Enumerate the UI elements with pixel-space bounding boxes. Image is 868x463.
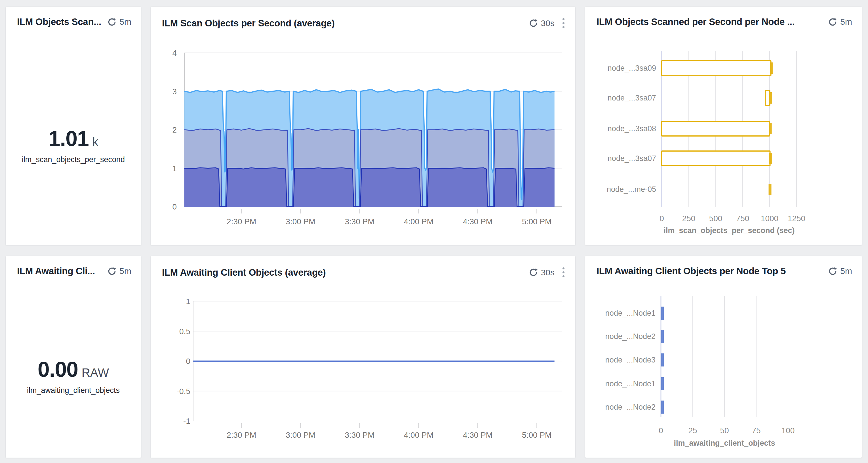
panel-ilm-objects-scanned-per-node: ILM Objects Scanned per Second per Node … (585, 7, 862, 245)
svg-text:1: 1 (172, 164, 177, 173)
refresh-interval: 5m (119, 17, 131, 27)
panel-header: ILM Awaiting Cli... 5m (6, 256, 141, 277)
panel-ilm-awaiting-client-per-node: ILM Awaiting Client Objects per Node Top… (585, 256, 862, 458)
refresh-control[interactable]: 5m (107, 17, 131, 27)
svg-text:node_...me-05: node_...me-05 (607, 185, 656, 194)
stat-value: 1.01 (49, 126, 89, 151)
svg-text:-1: -1 (183, 417, 190, 426)
svg-text:node_...3sa07: node_...3sa07 (608, 94, 656, 102)
stat-metric-label: ilm_scan_objects_per_second (22, 155, 125, 164)
svg-text:3:00 PM: 3:00 PM (286, 431, 315, 439)
panel-ilm-scan-objects-average: ILM Scan Objects per Second (average) 30… (151, 7, 575, 245)
svg-text:2: 2 (172, 125, 177, 134)
svg-text:4:00 PM: 4:00 PM (404, 431, 433, 439)
area-chart-ilm-scan-objects[interactable]: 012342:30 PM3:00 PM3:30 PM4:00 PM4:30 PM… (151, 7, 575, 245)
panel-ilm-objects-scanned-stat: ILM Objects Scan... 5m 1.01 k ilm_scan_o… (6, 7, 141, 245)
svg-text:25: 25 (688, 426, 697, 435)
svg-text:2:30 PM: 2:30 PM (227, 217, 256, 226)
svg-text:3:30 PM: 3:30 PM (345, 217, 374, 226)
stat-metric-label: ilm_awaiting_client_objects (27, 386, 120, 395)
refresh-icon (107, 17, 117, 27)
svg-text:4: 4 (172, 49, 177, 57)
stat-value: 0.00 (38, 357, 78, 381)
svg-text:3:30 PM: 3:30 PM (345, 431, 374, 439)
svg-text:0: 0 (172, 202, 177, 211)
panel-title: ILM Objects Scan... (17, 17, 101, 27)
svg-text:3:00 PM: 3:00 PM (286, 217, 315, 226)
panel-ilm-awaiting-client-average: ILM Awaiting Client Objects (average) 30… (151, 256, 575, 458)
svg-text:75: 75 (752, 426, 761, 435)
panel-ilm-awaiting-client-stat: ILM Awaiting Cli... 5m 0.00 RAW ilm_awai… (6, 256, 141, 458)
svg-text:4:30 PM: 4:30 PM (463, 431, 492, 439)
svg-text:node_...Node2: node_...Node2 (605, 332, 655, 341)
svg-text:500: 500 (709, 214, 722, 223)
svg-text:node_...Node1: node_...Node1 (605, 380, 655, 388)
svg-text:250: 250 (682, 214, 695, 223)
panel-header: ILM Objects Scan... 5m (6, 7, 141, 27)
svg-text:3: 3 (172, 87, 177, 96)
svg-text:100: 100 (781, 426, 795, 435)
svg-text:1: 1 (186, 297, 190, 306)
refresh-interval: 5m (119, 266, 131, 276)
svg-text:node_...3sa07: node_...3sa07 (608, 154, 656, 163)
svg-text:50: 50 (720, 426, 729, 435)
stat-body: 1.01 k ilm_scan_objects_per_second (6, 32, 141, 245)
stat-unit: RAW (82, 366, 109, 380)
svg-text:2:30 PM: 2:30 PM (227, 431, 256, 439)
bar-chart-awaiting-per-node[interactable]: 0255075100node_...Node1node_...Node2node… (585, 256, 862, 458)
bar-chart-scanned-per-node[interactable]: 025050075010001250node_...3sa09node_...3… (585, 7, 862, 245)
stat-body: 0.00 RAW ilm_awaiting_client_objects (6, 282, 141, 458)
svg-text:node_...Node1: node_...Node1 (605, 309, 655, 317)
svg-text:ilm_awaiting_client_objects: ilm_awaiting_client_objects (674, 439, 775, 447)
svg-text:0.5: 0.5 (179, 327, 190, 336)
svg-text:1250: 1250 (788, 214, 805, 223)
svg-text:5:00 PM: 5:00 PM (522, 431, 552, 439)
svg-text:0: 0 (659, 426, 663, 435)
svg-text:1000: 1000 (761, 214, 778, 223)
svg-text:node_...Node3: node_...Node3 (605, 356, 655, 364)
svg-text:750: 750 (736, 214, 749, 223)
refresh-icon (107, 266, 117, 276)
svg-text:0: 0 (186, 357, 190, 366)
refresh-control[interactable]: 5m (107, 266, 131, 276)
svg-text:4:00 PM: 4:00 PM (404, 217, 433, 226)
svg-text:0: 0 (659, 214, 664, 223)
line-chart-ilm-awaiting-client[interactable]: 10.50-0.5-12:30 PM3:00 PM3:30 PM4:00 PM4… (151, 256, 575, 458)
panel-title: ILM Awaiting Cli... (17, 266, 101, 277)
svg-text:node_...Node2: node_...Node2 (605, 403, 655, 411)
svg-text:-0.5: -0.5 (177, 387, 190, 396)
svg-text:ilm_scan_objects_per_second (s: ilm_scan_objects_per_second (sec) (663, 226, 795, 235)
svg-text:node_...3sa08: node_...3sa08 (608, 124, 656, 133)
dashboard: ILM Objects Scan... 5m 1.01 k ilm_scan_o… (0, 0, 868, 463)
svg-text:5:00 PM: 5:00 PM (522, 217, 552, 226)
stat-unit: k (92, 135, 98, 149)
svg-text:4:30 PM: 4:30 PM (463, 217, 492, 226)
svg-text:node_...3sa09: node_...3sa09 (608, 64, 656, 73)
